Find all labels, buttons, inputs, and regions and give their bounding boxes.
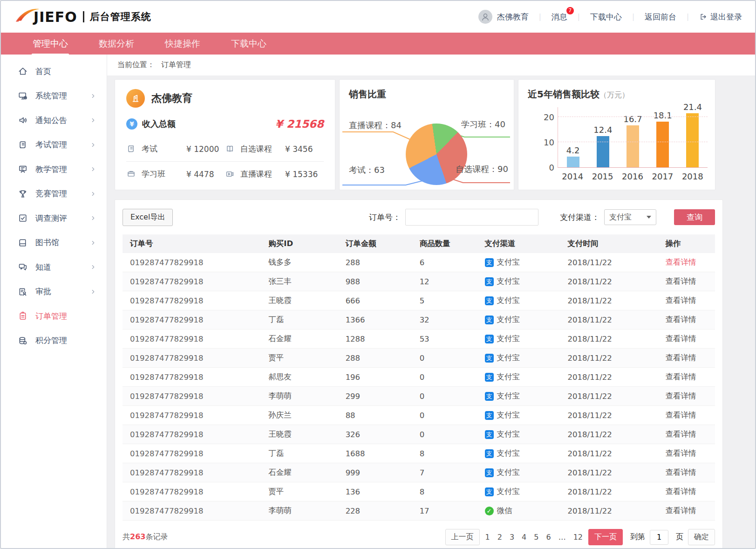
nav-tab-0[interactable]: 管理中心 bbox=[32, 36, 69, 52]
cell-pay-channel: 支支付宝 bbox=[485, 487, 560, 497]
pay-channel-text: 支付宝 bbox=[497, 295, 520, 306]
sales-bar-chart: 010204.212.416.718.121.4 201420152016201… bbox=[528, 107, 715, 181]
stat-value: ¥ 15336 bbox=[285, 170, 318, 179]
cell-buyer: 李萌萌 bbox=[265, 501, 341, 521]
sidebar-item-2[interactable]: 通知公告 bbox=[1, 108, 107, 133]
bar-rect bbox=[686, 113, 699, 167]
confirm-goto-button[interactable]: 确定 bbox=[688, 529, 715, 545]
view-detail-link[interactable]: 查看详情 bbox=[665, 277, 696, 286]
cell-order-no: 019287477829918 bbox=[123, 253, 265, 272]
page-number-button[interactable]: 1 bbox=[484, 533, 491, 542]
nav-tab-1[interactable]: 数据分析 bbox=[98, 36, 135, 52]
view-detail-link[interactable]: 查看详情 bbox=[665, 315, 696, 324]
page-number-button[interactable]: 4 bbox=[521, 533, 527, 542]
view-detail-link[interactable]: 查看详情 bbox=[665, 411, 696, 419]
cell-pay-channel: 支支付宝 bbox=[485, 334, 560, 344]
sidebar-item-9[interactable]: 审批 bbox=[1, 280, 107, 304]
divider: | bbox=[632, 13, 634, 21]
sidebar-item-label: 通知公告 bbox=[35, 115, 67, 126]
view-detail-link[interactable]: 查看详情 bbox=[665, 487, 696, 496]
sidebar-item-10[interactable]: 订单管理 bbox=[1, 304, 107, 329]
bar-chart-title: 近5年销售额比较（万元） bbox=[528, 88, 715, 101]
view-detail-link[interactable]: 查看详情 bbox=[665, 391, 696, 400]
excel-export-button[interactable]: Excel导出 bbox=[123, 209, 173, 226]
next-page-button[interactable]: 下一页 bbox=[588, 529, 623, 545]
messages-link[interactable]: 消息 7 bbox=[552, 12, 567, 22]
sidebar-item-label: 系统管理 bbox=[35, 90, 67, 101]
cell-buyer: 孙庆兰 bbox=[265, 406, 341, 425]
sidebar-item-7[interactable]: 图书馆 bbox=[1, 231, 107, 255]
income-breakdown: 考试¥ 12000自选课程¥ 3456学习班¥ 4478直播课程¥ 15336 bbox=[126, 137, 324, 186]
cell-pay-time: 2018/11/22 bbox=[564, 444, 662, 463]
pay-channel-select[interactable]: 支付宝 bbox=[604, 209, 656, 225]
summary-cards-row: 杰佛教育 ¥ 收入总额 ¥ 21568 考试¥ 12000自选课程¥ 3456学… bbox=[107, 79, 755, 190]
bar-2017: 18.1 bbox=[648, 110, 678, 167]
back-to-front-link[interactable]: 返回前台 bbox=[645, 12, 676, 22]
view-detail-link[interactable]: 查看详情 bbox=[665, 506, 696, 515]
organization-name: 杰佛教育 bbox=[151, 91, 192, 105]
speaker-icon bbox=[18, 115, 28, 125]
order-no-input[interactable] bbox=[405, 209, 538, 226]
page-number-button[interactable]: 12 bbox=[572, 533, 584, 542]
download-center-link[interactable]: 下载中心 bbox=[590, 12, 622, 22]
gridline bbox=[558, 117, 708, 117]
x-axis-label: 2014 bbox=[558, 172, 587, 181]
exam-icon bbox=[18, 140, 28, 150]
nav-tab-2[interactable]: 快捷操作 bbox=[164, 36, 201, 52]
view-detail-link[interactable]: 查看详情 bbox=[665, 334, 696, 343]
sidebar-item-8[interactable]: 知道 bbox=[1, 255, 107, 280]
search-button[interactable]: 查询 bbox=[674, 209, 715, 225]
income-summary-card: 杰佛教育 ¥ 收入总额 ¥ 21568 考试¥ 12000自选课程¥ 3456学… bbox=[115, 79, 335, 190]
cell-amount: 196 bbox=[342, 368, 416, 387]
page-number-button[interactable]: 6 bbox=[545, 533, 552, 542]
bar-value-label: 12.4 bbox=[593, 125, 612, 135]
cell-buyer: 石金耀 bbox=[265, 329, 341, 349]
page-number-button[interactable]: 3 bbox=[509, 533, 515, 542]
alipay-icon: 支 bbox=[485, 277, 494, 286]
logout-link[interactable]: 退出登录 bbox=[699, 12, 742, 22]
nav-tab-3[interactable]: 下载中心 bbox=[230, 36, 267, 52]
alipay-icon: 支 bbox=[485, 296, 494, 305]
table-row: 019287477829918李萌萌2990支支付宝2018/11/22查看详情 bbox=[123, 387, 715, 406]
cell-pay-time: 2018/11/22 bbox=[564, 425, 662, 444]
exam-stat-icon bbox=[126, 144, 136, 154]
cell-amount: 326 bbox=[342, 425, 416, 444]
chevron-right-icon bbox=[90, 215, 96, 221]
table-row: 019287477829918张三丰98812支支付宝2018/11/22查看详… bbox=[123, 272, 715, 291]
prev-page-button[interactable]: 上一页 bbox=[445, 529, 480, 545]
page-number-button[interactable]: 2 bbox=[497, 533, 503, 542]
dropdown-caret-icon bbox=[647, 216, 651, 219]
bar-rect bbox=[567, 157, 579, 167]
income-total-value: ¥ 21568 bbox=[275, 118, 324, 130]
cell-qty: 17 bbox=[416, 501, 481, 521]
logo-divider bbox=[83, 11, 84, 22]
pay-channel-text: 支付宝 bbox=[497, 257, 520, 268]
sidebar-item-11[interactable]: 积分管理 bbox=[1, 329, 107, 353]
table-row: 019287477829918贾平2880支支付宝2018/11/22查看详情 bbox=[123, 349, 715, 368]
view-detail-link[interactable]: 查看详情 bbox=[665, 468, 696, 477]
page-number-button[interactable]: 5 bbox=[533, 533, 539, 542]
cell-pay-channel: 支支付宝 bbox=[485, 276, 560, 287]
view-detail-link[interactable]: 查看详情 bbox=[665, 372, 696, 381]
view-detail-link[interactable]: 查看详情 bbox=[665, 430, 696, 439]
pay-channel-text: 支付宝 bbox=[497, 353, 520, 363]
view-detail-link[interactable]: 查看详情 bbox=[665, 258, 696, 267]
sidebar-item-4[interactable]: 教学管理 bbox=[1, 157, 107, 182]
cell-order-no: 019287477829918 bbox=[123, 272, 265, 291]
goto-page-input[interactable] bbox=[650, 530, 668, 545]
sidebar-item-3[interactable]: 考试管理 bbox=[1, 133, 107, 158]
view-detail-link[interactable]: 查看详情 bbox=[665, 353, 696, 362]
view-detail-link[interactable]: 查看详情 bbox=[665, 449, 696, 458]
sidebar-item-6[interactable]: 调查测评 bbox=[1, 206, 107, 231]
sidebar-item-0[interactable]: 首页 bbox=[1, 59, 107, 84]
x-axis-label: 2016 bbox=[618, 172, 647, 181]
table-row: 019287477829918王晓霞3260支支付宝2018/11/22查看详情 bbox=[123, 425, 715, 444]
sidebar-item-5[interactable]: 竞赛管理 bbox=[1, 182, 107, 206]
alipay-icon: 支 bbox=[485, 392, 494, 401]
user-menu[interactable]: 杰佛教育 bbox=[478, 10, 529, 24]
orders-toolbar: Excel导出 订单号： 支付渠道： 支付宝 查询 bbox=[123, 206, 715, 228]
cell-pay-time: 2018/11/22 bbox=[564, 387, 662, 406]
sidebar-item-1[interactable]: 系统管理 bbox=[1, 84, 107, 109]
live-stat-icon bbox=[225, 169, 235, 179]
view-detail-link[interactable]: 查看详情 bbox=[665, 296, 696, 305]
